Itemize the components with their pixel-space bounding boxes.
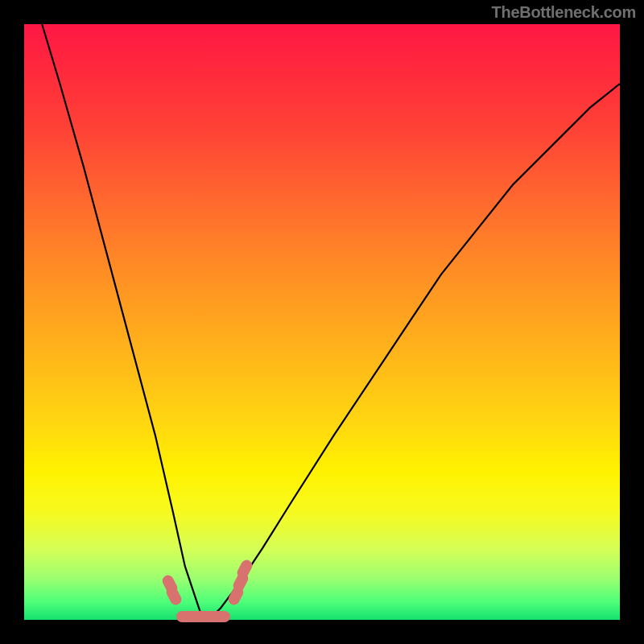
bottleneck-curve <box>0 0 644 644</box>
watermark-text: TheBottleneck.com <box>492 3 636 22</box>
chart-frame: TheBottleneck.com <box>0 0 644 644</box>
